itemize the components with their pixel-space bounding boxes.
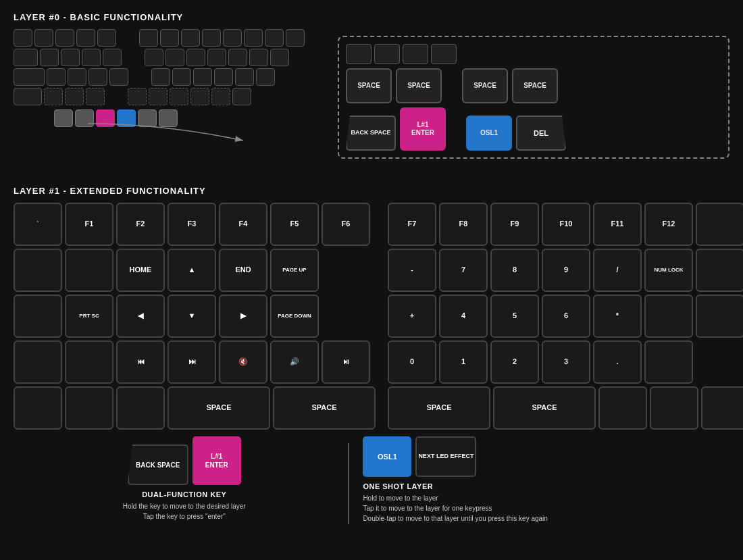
key-empty-r1[interactable]: [696, 203, 743, 246]
key-7[interactable]: 7: [439, 249, 488, 292]
key-sm[interactable]: [249, 49, 268, 66]
key-annot-osl1[interactable]: OSL1: [363, 436, 411, 477]
key-f7[interactable]: F7: [388, 203, 436, 246]
key-sm[interactable]: [207, 49, 226, 66]
key-sm[interactable]: [103, 49, 122, 66]
key-space-r1[interactable]: SPACE: [388, 386, 490, 430]
key-rewind[interactable]: ⏮: [116, 340, 165, 384]
key-sm[interactable]: [202, 29, 221, 47]
key-annot-l1-enter[interactable]: L#1ENTER: [193, 436, 241, 485]
key-period[interactable]: .: [593, 340, 642, 384]
key-sm[interactable]: [223, 29, 242, 47]
key-down-arrow[interactable]: ▼: [168, 295, 216, 338]
key-f9[interactable]: F9: [490, 203, 539, 246]
key-f4[interactable]: F4: [219, 203, 267, 246]
key-2[interactable]: 2: [490, 340, 539, 384]
key-sm[interactable]: [14, 29, 32, 47]
key-f10[interactable]: F10: [542, 203, 590, 246]
key-sm-dashed[interactable]: [211, 88, 230, 105]
key-sm[interactable]: [270, 49, 289, 66]
key-sm[interactable]: [403, 44, 428, 64]
key-del[interactable]: DEL: [516, 116, 566, 151]
key-4[interactable]: 4: [439, 295, 488, 338]
key-osl1[interactable]: OSL1: [466, 116, 512, 151]
key-f12[interactable]: F12: [644, 203, 693, 246]
key-fastfwd[interactable]: ⏭: [168, 340, 216, 384]
key-sm[interactable]: [61, 49, 80, 66]
key-empty-r7[interactable]: [598, 386, 647, 430]
key-empty-8[interactable]: [116, 386, 165, 430]
key-empty-5[interactable]: [65, 340, 113, 384]
key-sm[interactable]: [181, 29, 200, 47]
key-3[interactable]: 3: [542, 340, 590, 384]
key-up-arrow[interactable]: ▲: [168, 249, 216, 292]
key-empty-r9[interactable]: [701, 386, 743, 430]
key-sm-dashed[interactable]: [170, 88, 188, 105]
key-sm[interactable]: [346, 44, 372, 64]
key-prtsc[interactable]: PRT SC: [65, 295, 113, 338]
key-backspace[interactable]: BACK SPACE: [346, 116, 396, 151]
key-right-arrow[interactable]: ▶: [219, 295, 267, 338]
key-sm[interactable]: [172, 68, 191, 86]
key-annot-backspace[interactable]: BACK SPACE: [128, 444, 188, 485]
key-space-1[interactable]: SPACE: [346, 68, 392, 103]
key-sm[interactable]: [55, 29, 74, 47]
key-f5[interactable]: F5: [270, 203, 319, 246]
key-sm-dashed[interactable]: [128, 88, 147, 105]
key-f3[interactable]: F3: [168, 203, 216, 246]
key-space-l2[interactable]: SPACE: [273, 386, 376, 430]
key-empty-1[interactable]: [14, 249, 62, 292]
key-asterisk[interactable]: *: [593, 295, 642, 338]
key-sm[interactable]: [431, 44, 457, 64]
key-empty-r5[interactable]: [696, 295, 743, 338]
key-sm[interactable]: [151, 68, 170, 86]
key-playpause[interactable]: ⏯: [322, 340, 370, 384]
key-space-r2[interactable]: SPACE: [493, 386, 596, 430]
key-sm[interactable]: [97, 29, 116, 47]
key-sm[interactable]: [139, 29, 158, 47]
key-volup[interactable]: 🔊: [270, 340, 319, 384]
key-empty-7[interactable]: [65, 386, 113, 430]
key-sm[interactable]: [68, 68, 86, 86]
key-sm-dashed[interactable]: [65, 88, 84, 105]
key-sm-dashed[interactable]: [190, 88, 209, 105]
key-empty-r8[interactable]: [650, 386, 698, 430]
key-sm-dashed[interactable]: [44, 88, 63, 105]
key-sm[interactable]: [109, 68, 128, 86]
key-9[interactable]: 9: [542, 249, 590, 292]
key-home[interactable]: HOME: [116, 249, 165, 292]
key-end[interactable]: END: [219, 249, 267, 292]
key-sm[interactable]: [256, 68, 275, 86]
key-sm[interactable]: [228, 49, 247, 66]
key-annot-next-led[interactable]: NEXT LED EFFECT: [415, 436, 476, 477]
key-plus[interactable]: +: [388, 295, 436, 338]
key-sm[interactable]: [244, 29, 263, 47]
key-sm[interactable]: [54, 109, 73, 127]
key-sm[interactable]: [160, 29, 179, 47]
key-sm[interactable]: [47, 68, 66, 86]
key-8[interactable]: 8: [490, 249, 539, 292]
key-sm[interactable]: [145, 49, 163, 66]
key-5[interactable]: 5: [490, 295, 539, 338]
key-sm-dashed[interactable]: [149, 88, 168, 105]
key-f1[interactable]: F1: [65, 203, 113, 246]
key-sm[interactable]: [374, 44, 400, 64]
key-sm[interactable]: [40, 49, 59, 66]
key-sm[interactable]: [186, 49, 205, 66]
key-empty-2[interactable]: [65, 249, 113, 292]
key-empty-3[interactable]: [14, 295, 62, 338]
key-space-2[interactable]: SPACE: [396, 68, 442, 103]
key-backtick[interactable]: `: [14, 203, 62, 246]
key-slash[interactable]: /: [593, 249, 642, 292]
key-sm[interactable]: [232, 88, 251, 105]
key-l1-enter[interactable]: L#1ENTER: [400, 107, 446, 151]
key-6[interactable]: 6: [542, 295, 590, 338]
key-sm[interactable]: [286, 29, 305, 47]
key-space-3[interactable]: SPACE: [462, 68, 508, 103]
key-empty-6[interactable]: [14, 386, 62, 430]
key-empty-r2[interactable]: [696, 249, 743, 292]
key-pageup[interactable]: PAGE UP: [270, 249, 319, 292]
key-sm[interactable]: [214, 68, 233, 86]
key-sm[interactable]: [14, 88, 42, 105]
key-sm[interactable]: [235, 68, 254, 86]
